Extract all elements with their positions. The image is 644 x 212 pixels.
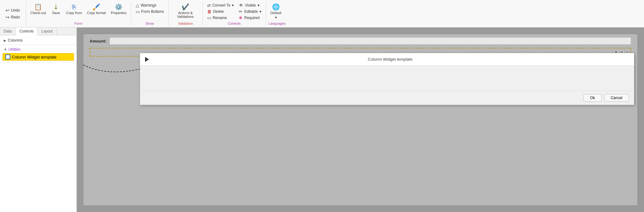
tabs-bar: Data Controls Layout (0, 28, 76, 35)
dialog-triangle-icon (145, 57, 149, 62)
left-panel: Data Controls Layout ▶ Columns ▼ Utiliti… (0, 28, 77, 212)
properties-icon: ⚙️ (115, 4, 123, 10)
convert-to-dropdown-icon: ▾ (232, 3, 234, 8)
warnings-icon: △ (136, 3, 139, 8)
validation-group-label: Validation (171, 21, 200, 26)
warnings-label: Warnings (141, 3, 156, 8)
required-icon: ✱ (239, 15, 243, 20)
redo-button[interactable]: ↪ Redo (4, 14, 22, 20)
amount-label: Amount: (90, 39, 106, 43)
tab-data[interactable]: Data (0, 28, 16, 35)
dialog-title: Column Widget template (151, 57, 629, 62)
undo-button[interactable]: ↩ Undo (4, 7, 22, 13)
dialog: Column Widget template Ok Cancel (140, 53, 634, 105)
form-group-label: Form (29, 21, 128, 26)
undo-icon: ↩ (6, 8, 9, 13)
ok-button[interactable]: Ok (584, 94, 601, 102)
visible-icon: 👁 (239, 3, 243, 8)
dialog-footer: Ok Cancel (140, 91, 634, 105)
tab-layout[interactable]: Layout (38, 28, 57, 35)
checkout-label: Check-out (30, 11, 46, 15)
rename-button[interactable]: ▭ Rename (205, 15, 236, 21)
tree-separator-1 (0, 45, 76, 45)
cancel-button[interactable]: Cancel (604, 94, 629, 102)
form-group: 📋 Check-out ⤓ Save ⎘ Copy from 🖌️ Copy f… (26, 1, 131, 26)
languages-group: 🌐 Default ▾ Languages (266, 1, 288, 26)
actions-validations-icon: ✔️ (181, 4, 189, 10)
rename-icon: ▭ (207, 15, 211, 20)
default-dropdown-icon: ▾ (275, 16, 277, 19)
dialog-header: Column Widget template (140, 53, 634, 66)
editable-icon: ✏ (239, 9, 243, 14)
tree-item-columns[interactable]: ▶ Columns (0, 37, 76, 43)
controls-group: ⇄ Convert To ▾ 🗑 Delete ▭ Rename 👁 Visib… (203, 1, 266, 26)
show-group-label: Show (134, 21, 166, 26)
checkout-button[interactable]: 📋 Check-out (29, 3, 48, 16)
properties-label: Properties (111, 11, 127, 15)
show-group: △ Warnings ▭ Form Buttons Show (131, 1, 169, 26)
columns-arrow-icon: ▶ (4, 39, 6, 42)
convert-to-label: Convert To (212, 3, 231, 8)
required-button[interactable]: ✱ Required (237, 15, 263, 21)
utilities-label: Utilities (8, 47, 21, 52)
rename-label: Rename (213, 16, 227, 20)
copy-format-button[interactable]: 🖌️ Copy format (85, 3, 108, 16)
visible-label: Visible (245, 3, 256, 8)
actions-validations-label: Actions & Validations (173, 11, 198, 18)
amount-row: Amount: (83, 34, 637, 48)
warnings-button[interactable]: △ Warnings (134, 3, 166, 8)
canvas-area: Amount: ⊞ ⊟ ⊡ (77, 28, 644, 212)
required-label: Required (244, 16, 259, 20)
form-buttons-icon: ▭ (136, 9, 140, 14)
redo-label: Redo (11, 15, 20, 19)
dialog-body (140, 66, 634, 91)
undo-label: Undo (11, 8, 20, 13)
editable-dropdown-icon: ▾ (259, 9, 261, 14)
widget-icon (5, 54, 10, 59)
visibility-buttons: 👁 Visible ▾ ✏ Editable ▾ ✱ Required (237, 3, 263, 21)
show-buttons: △ Warnings ▭ Form Buttons (134, 3, 166, 14)
selected-item-label: Column Widget template (12, 55, 56, 59)
save-icon: ⤓ (53, 4, 59, 10)
checkout-icon: 📋 (34, 4, 42, 10)
form-buttons-label: Form Buttons (141, 9, 164, 14)
toolbar: ↩ Undo ↪ Redo 📋 Check-out ⤓ Save ⎘ Copy … (0, 0, 644, 28)
default-button[interactable]: 🌐 Default ▾ (269, 3, 283, 20)
main-area: Data Controls Layout ▶ Columns ▼ Utiliti… (0, 28, 644, 212)
utilities-arrow-icon: ▼ (4, 48, 7, 51)
form-buttons-button[interactable]: ▭ Form Buttons (134, 9, 166, 14)
copy-format-label: Copy format (87, 11, 106, 15)
save-label: Save (52, 11, 60, 15)
copy-format-icon: 🖌️ (92, 4, 100, 10)
validation-group: ✔️ Actions & Validations Validation (169, 1, 203, 26)
copy-from-button[interactable]: ⎘ Copy from (64, 3, 84, 16)
tree-separator-2 (0, 62, 76, 62)
default-label: Default (270, 11, 281, 15)
controls-buttons: ⇄ Convert To ▾ 🗑 Delete ▭ Rename (205, 3, 236, 21)
copy-from-label: Copy from (66, 11, 82, 15)
controls-group-label: Controls (205, 21, 263, 26)
copy-from-icon: ⎘ (72, 4, 76, 10)
save-button[interactable]: ⤓ Save (49, 3, 63, 16)
tree-area: ▶ Columns ▼ Utilities Column Widget temp… (0, 35, 76, 212)
redo-icon: ↪ (6, 15, 9, 20)
default-icon: 🌐 (272, 4, 280, 10)
tab-controls[interactable]: Controls (16, 28, 38, 35)
visible-dropdown-icon: ▾ (258, 3, 259, 8)
amount-input[interactable] (109, 37, 631, 45)
editable-button[interactable]: ✏ Editable ▾ (237, 9, 263, 14)
delete-icon: 🗑 (207, 9, 212, 14)
undo-redo-group: ↩ Undo ↪ Redo (0, 1, 26, 26)
actions-validations-button[interactable]: ✔️ Actions & Validations (171, 3, 200, 20)
tree-item-utilities[interactable]: ▼ Utilities (0, 46, 76, 53)
visible-button[interactable]: 👁 Visible ▾ (237, 3, 263, 8)
editable-label: Editable (244, 9, 258, 14)
columns-label: Columns (8, 38, 23, 43)
properties-button[interactable]: ⚙️ Properties (109, 3, 128, 16)
languages-group-label: Languages (269, 21, 285, 26)
convert-to-button[interactable]: ⇄ Convert To ▾ (205, 3, 236, 8)
selected-tree-item[interactable]: Column Widget template (3, 53, 74, 61)
delete-button[interactable]: 🗑 Delete (205, 9, 236, 14)
convert-to-icon: ⇄ (207, 3, 211, 8)
delete-label: Delete (213, 9, 224, 14)
